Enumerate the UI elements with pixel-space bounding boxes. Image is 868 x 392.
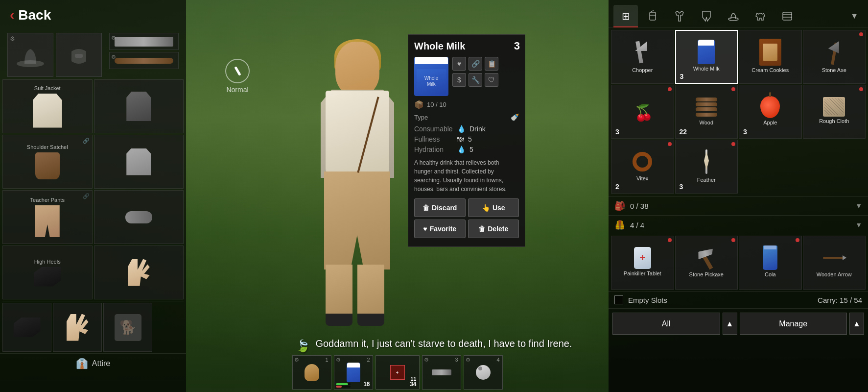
inv-slot-berries[interactable]: 3	[611, 85, 674, 139]
pickaxe-name: Stone Pickaxe	[688, 270, 725, 279]
all-label: All	[662, 319, 671, 328]
weapon-slot-1[interactable]: ⚙	[109, 33, 179, 50]
face-slot[interactable]	[56, 33, 102, 77]
discard-button[interactable]: 🗑 Discard	[414, 198, 466, 217]
attire-grid: Suit Jacket 🔗 Shoulder Satchel 🔗 Teacher…	[0, 79, 186, 299]
all-arrow[interactable]: ▲	[723, 313, 737, 335]
inventory-grid-2: Painkiller Tablet Stone Pickaxe Cola Woo…	[609, 234, 868, 291]
armor-status-arrow[interactable]: ▼	[855, 221, 862, 229]
hotbar-milk-img	[347, 363, 360, 382]
hotbar-slot-4[interactable]: ⚙ 4	[464, 355, 503, 390]
dog-tab-icon	[754, 10, 766, 22]
extra-slot-2[interactable]	[53, 303, 102, 352]
backpack-status-arrow[interactable]: ▼	[855, 202, 862, 210]
glove-slot[interactable]	[94, 245, 184, 299]
manage-arrow[interactable]: ▲	[849, 313, 864, 335]
inv-slot-chopper[interactable]: Chopper	[611, 30, 674, 84]
hotbar-center-count2: 11	[410, 376, 416, 382]
inv-slot-wood[interactable]: Wood 22	[675, 85, 738, 139]
arrow-shaft	[823, 257, 845, 259]
delete-button[interactable]: 🗑 Delete	[468, 220, 519, 238]
equip-top-row: ⚙ ⚙ ⚙	[0, 30, 186, 79]
extra-slot-1[interactable]	[2, 303, 51, 352]
inv-slot-stone-axe[interactable]: Stone Axe	[803, 30, 866, 84]
inv-slot-wooden-arrow[interactable]: Wooden Arrow	[803, 236, 866, 290]
cookies-inner	[763, 44, 777, 61]
hat-icon	[16, 42, 45, 69]
stack-icon: 📦	[414, 100, 424, 109]
hotbar-slot-2[interactable]: ⚙ 2 16	[334, 355, 373, 390]
carry-current: 15	[840, 296, 848, 304]
tooltip-fullness-row: Fullness 🍽 5	[414, 135, 519, 143]
hotbar-slot-1[interactable]: ⚙ 1	[292, 355, 331, 390]
hotbar-scroll-img	[305, 364, 319, 381]
tab-storage[interactable]	[775, 5, 799, 27]
backpack-icon	[647, 10, 658, 22]
vitex-name: Vitex	[635, 174, 650, 183]
inv-slot-cola[interactable]: Cola	[739, 236, 802, 290]
shoulder-satchel-label: Shoulder Satchel	[27, 144, 68, 150]
use-button[interactable]: 👆 Use	[468, 198, 519, 217]
tab-hat[interactable]	[721, 5, 746, 27]
weapon-slot-2[interactable]: ⚙	[109, 52, 179, 69]
tab-clothing[interactable]	[667, 5, 692, 27]
wood-name: Wood	[698, 118, 715, 127]
use-icon: 👆	[482, 204, 490, 212]
inv-slot-painkiller[interactable]: Painkiller Tablet	[611, 236, 674, 290]
milk-img	[698, 40, 715, 64]
suit-jacket-slot[interactable]: Suit Jacket	[2, 79, 93, 133]
hotbar-slot-3[interactable]: ⚙ 3	[422, 355, 461, 390]
chopper-name: Chopper	[631, 66, 654, 75]
shoulder-satchel-slot[interactable]: 🔗 Shoulder Satchel	[2, 135, 93, 189]
icon-row-1: ♥ 🔗 📋	[452, 57, 519, 71]
hotbar-slot-center[interactable]: + 34 11	[375, 355, 420, 390]
tab-scroll-arrow[interactable]: ▼	[845, 7, 863, 25]
tool-icon[interactable]: 🔧	[469, 73, 482, 87]
inv-slot-whole-milk[interactable]: Whole Milk 3	[675, 30, 738, 84]
all-button[interactable]: All	[612, 313, 720, 335]
tshirt-slot[interactable]	[94, 135, 184, 189]
high-heels-slot[interactable]: High Heels	[2, 245, 93, 299]
pickaxe-img	[694, 245, 719, 270]
teacher-pants-slot[interactable]: 🔗 Teacher Pants	[2, 190, 93, 244]
wood-stick-3	[696, 107, 717, 111]
shield-icon[interactable]: 🛡	[485, 73, 498, 87]
empty-slots-checkbox[interactable]	[614, 295, 623, 304]
tab-dog[interactable]	[748, 5, 773, 27]
fanny-pack-slot[interactable]	[94, 190, 184, 244]
tab-pants[interactable]	[694, 5, 719, 27]
tooltip-hydration-row: Hydration 💧 5	[414, 146, 519, 153]
head-slot[interactable]: ⚙	[7, 33, 53, 77]
dollar-icon[interactable]: $	[452, 73, 466, 87]
tooltip-type-row: Type 🍼	[414, 113, 519, 121]
dog-slot[interactable]: 🐕	[103, 303, 152, 352]
hotbar-slot2-img	[344, 363, 363, 382]
armor-status-text: 4 / 4	[630, 221, 644, 229]
back-button[interactable]: ‹ Back	[0, 0, 186, 30]
inv-slot-rough-cloth[interactable]: Rough Cloth	[803, 85, 866, 139]
vest-slot[interactable]	[94, 79, 184, 133]
heart-icon[interactable]: ♥	[452, 57, 466, 71]
extra-slot1-img	[14, 318, 41, 337]
feather-name: Feather	[696, 175, 717, 185]
inv-slot-cream-cookies[interactable]: Cream Cookies	[739, 30, 802, 84]
hotbar-slot1-gear: ⚙	[294, 357, 299, 363]
tab-backpack[interactable]	[640, 5, 665, 27]
inv-slot-feather[interactable]: Feather 3	[675, 140, 738, 194]
favorite-icon: ♥	[423, 225, 427, 233]
tooltip-btn-row-1: 🗑 Discard 👆 Use	[414, 198, 519, 217]
inv-slot-vitex[interactable]: Vitex 2	[611, 140, 674, 194]
manage-button[interactable]: Manage	[740, 313, 847, 335]
svg-rect-2	[650, 12, 656, 20]
stack-icon-btn[interactable]: 📋	[485, 57, 498, 71]
tab-all[interactable]: ⊞	[613, 5, 638, 27]
chopper-img	[633, 39, 652, 66]
backpack-status-icon: 🎒	[614, 200, 625, 211]
link2-icon[interactable]: 🔗	[469, 57, 482, 71]
char-pants	[324, 172, 390, 270]
inv-slot-apple[interactable]: Apple 3	[739, 85, 802, 139]
inv-slot-stone-pickaxe[interactable]: Stone Pickaxe	[675, 236, 738, 290]
inv-action-bar: All ▲ Manage ▲	[609, 308, 868, 339]
weapon-sword-img	[115, 37, 173, 47]
favorite-button[interactable]: ♥ Favorite	[414, 220, 466, 238]
